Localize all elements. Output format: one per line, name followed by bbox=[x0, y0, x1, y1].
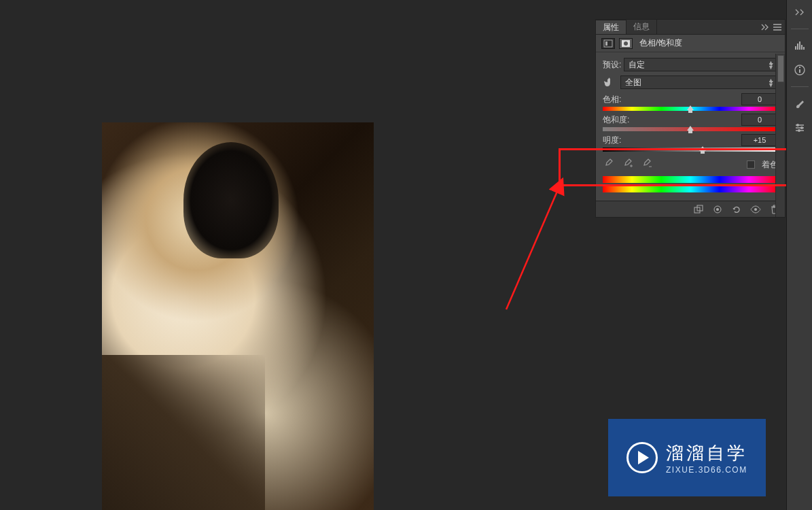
watermark-play-icon bbox=[626, 442, 658, 473]
hand-icon[interactable] bbox=[603, 75, 618, 89]
color-range-bar-top[interactable] bbox=[603, 176, 778, 183]
lightness-slider-group: 明度: +15 bbox=[603, 134, 778, 152]
lightness-slider-track[interactable] bbox=[603, 148, 778, 152]
hue-slider-track[interactable] bbox=[603, 107, 778, 111]
saturation-value: 0 bbox=[758, 116, 762, 124]
svg-point-19 bbox=[800, 126, 803, 129]
svg-rect-13 bbox=[801, 45, 802, 50]
panel-body: 预设: 自定 ▲▼ 全图 ▲▼ 色相: 0 bbox=[596, 52, 785, 201]
eyedropper-row: 着色 bbox=[603, 158, 778, 171]
preset-value: 自定 bbox=[629, 59, 645, 71]
hue-input[interactable]: 0 bbox=[741, 93, 778, 105]
colorize-checkbox[interactable] bbox=[747, 160, 755, 169]
hue-slider-handle[interactable] bbox=[687, 105, 694, 114]
tab-info-label: 信息 bbox=[633, 21, 650, 33]
toolbar-separator bbox=[791, 86, 809, 87]
svg-rect-14 bbox=[803, 47, 805, 50]
panel-menu-icon[interactable] bbox=[773, 22, 782, 32]
eyedropper-icon[interactable] bbox=[603, 158, 615, 171]
lightness-label: 明度: bbox=[603, 135, 621, 146]
panel-tab-bar: 属性 信息 bbox=[596, 20, 785, 35]
svg-rect-16 bbox=[799, 69, 800, 73]
preset-dropdown[interactable]: 自定 ▲▼ bbox=[624, 58, 778, 71]
preset-label: 预设: bbox=[603, 59, 621, 71]
properties-panel: 属性 信息 色相/饱和度 预设: 自定 ▲▼ bbox=[595, 19, 785, 218]
svg-rect-10 bbox=[795, 46, 796, 50]
eyedropper-plus-icon[interactable] bbox=[622, 158, 634, 171]
saturation-input[interactable]: 0 bbox=[741, 114, 778, 126]
panel-title: 色相/饱和度 bbox=[639, 37, 682, 49]
lightness-input[interactable]: +15 bbox=[741, 134, 778, 146]
brush-panel-icon[interactable] bbox=[790, 94, 809, 113]
adjustment-type-icon[interactable] bbox=[601, 38, 615, 49]
svg-rect-17 bbox=[799, 67, 800, 68]
panel-scrollbar-thumb[interactable] bbox=[777, 55, 784, 82]
svg-point-20 bbox=[798, 129, 800, 132]
saturation-slider-handle[interactable] bbox=[687, 126, 694, 134]
histogram-panel-icon[interactable] bbox=[790, 36, 809, 55]
visibility-icon[interactable] bbox=[749, 203, 762, 216]
color-range-bar-bottom[interactable] bbox=[603, 186, 778, 192]
svg-point-8 bbox=[754, 208, 757, 211]
reset-icon[interactable] bbox=[730, 203, 743, 216]
range-value: 全图 bbox=[625, 77, 641, 88]
panel-footer bbox=[596, 201, 785, 217]
svg-rect-1 bbox=[605, 41, 607, 46]
saturation-label: 饱和度: bbox=[603, 114, 629, 126]
panel-header: 色相/饱和度 bbox=[596, 35, 785, 52]
lightness-value: +15 bbox=[754, 136, 766, 144]
collapse-icon[interactable] bbox=[760, 22, 770, 32]
tab-properties[interactable]: 属性 bbox=[596, 20, 626, 34]
watermark-subtitle: ZIXUE.3D66.COM bbox=[666, 465, 747, 475]
hue-label: 色相: bbox=[603, 94, 621, 105]
panel-scrollbar[interactable] bbox=[775, 54, 785, 217]
svg-point-7 bbox=[716, 208, 719, 211]
document-image[interactable] bbox=[102, 122, 374, 510]
adjustments-panel-icon[interactable] bbox=[790, 118, 809, 137]
eyedropper-minus-icon[interactable] bbox=[641, 158, 653, 171]
info-panel-icon[interactable] bbox=[790, 61, 809, 80]
svg-rect-0 bbox=[604, 40, 612, 47]
range-dropdown[interactable]: 全图 ▲▼ bbox=[620, 75, 778, 89]
hue-value: 0 bbox=[758, 95, 762, 103]
hue-slider-group: 色相: 0 bbox=[603, 93, 778, 111]
saturation-slider-track[interactable] bbox=[603, 127, 778, 131]
svg-rect-12 bbox=[799, 41, 800, 50]
tab-properties-label: 属性 bbox=[603, 22, 619, 33]
watermark-title: 溜溜自学 bbox=[666, 441, 747, 465]
saturation-slider-group: 饱和度: 0 bbox=[603, 114, 778, 131]
toolbar-separator bbox=[791, 29, 809, 29]
svg-point-18 bbox=[796, 124, 799, 126]
mask-icon[interactable] bbox=[619, 38, 633, 49]
view-previous-icon[interactable] bbox=[711, 203, 724, 216]
tab-info[interactable]: 信息 bbox=[626, 20, 657, 34]
watermark: 溜溜自学 ZIXUE.3D66.COM bbox=[608, 419, 766, 496]
right-dock-toolbar bbox=[786, 0, 812, 510]
clip-to-layer-icon[interactable] bbox=[692, 203, 705, 216]
svg-rect-11 bbox=[797, 44, 798, 50]
dock-collapse-icon[interactable] bbox=[790, 3, 809, 22]
lightness-slider-handle[interactable] bbox=[699, 146, 706, 154]
svg-point-3 bbox=[624, 41, 628, 46]
